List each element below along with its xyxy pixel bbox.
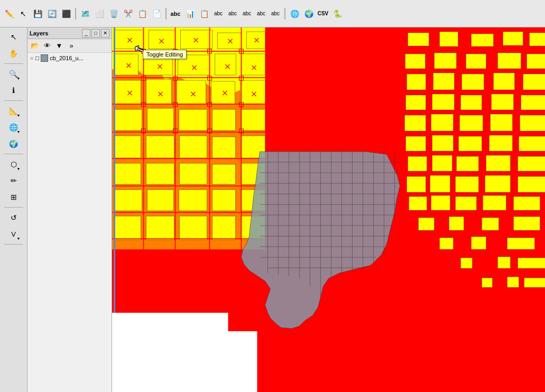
layers-open-button[interactable]: 📂 (30, 41, 40, 51)
layers-title: Layers (30, 30, 48, 36)
pointer-tool[interactable]: ↖ (6, 30, 22, 44)
toolbar-group-file: ✏️ ↖ 💾 🔄 ⬛ (2, 7, 73, 20)
refresh-button[interactable]: 🔄 (45, 7, 59, 20)
svg-rect-134 (482, 278, 493, 287)
svg-rect-118 (518, 176, 546, 192)
svg-rect-36 (213, 190, 236, 211)
svg-rect-129 (472, 237, 486, 249)
web2-icon[interactable]: 🌍 (302, 7, 316, 20)
main-layout: ↖ ✋ 🔍 ℹ 📐 🌐 🌍 ⬡ ✏ ⊞ ↺ V Layers _ □ ✕ (0, 27, 545, 392)
svg-rect-17 (241, 80, 265, 104)
map-svg[interactable] (112, 27, 545, 392)
svg-rect-98 (521, 95, 546, 110)
svg-rect-89 (407, 74, 426, 90)
svg-rect-107 (489, 135, 513, 151)
svg-rect-185 (112, 313, 228, 392)
edit-node-tool[interactable]: ✏ (6, 173, 22, 188)
svg-rect-115 (430, 175, 450, 192)
globe-tool[interactable]: 🌐 (6, 120, 22, 135)
svg-rect-133 (518, 258, 546, 268)
svg-rect-39 (146, 216, 174, 240)
rotate-tool[interactable]: ↺ (6, 210, 22, 225)
svg-rect-40 (180, 216, 207, 240)
network-tool[interactable]: ⬡ (6, 157, 22, 172)
cut-button[interactable]: ✂️ (121, 7, 135, 20)
svg-rect-102 (491, 114, 513, 131)
svg-rect-85 (435, 53, 457, 69)
python-icon[interactable]: 🐍 (330, 7, 344, 20)
pan-tool[interactable]: ✋ (6, 46, 22, 61)
abc2-icon[interactable]: abc (211, 7, 225, 20)
svg-rect-117 (485, 175, 511, 192)
select-tool[interactable]: ⬜ (93, 7, 106, 20)
svg-rect-95 (432, 94, 455, 110)
svg-rect-122 (483, 195, 506, 210)
layers-maximize-button[interactable]: □ (91, 29, 100, 38)
layers-close-button[interactable]: ✕ (101, 29, 109, 38)
svg-rect-114 (407, 176, 426, 192)
layers-minimize-button[interactable]: _ (82, 29, 90, 38)
paste-button[interactable]: 📄 (150, 7, 163, 20)
layer-visibility-icon[interactable]: □ (35, 54, 39, 62)
svg-rect-127 (514, 217, 540, 230)
layers-filter-button[interactable]: ▼ (54, 41, 64, 51)
map-area[interactable]: Toggle Editing ↖ (112, 27, 545, 392)
zoom-tool[interactable]: 🔍 (6, 67, 22, 81)
svg-rect-18 (115, 109, 142, 130)
svg-rect-93 (523, 74, 546, 90)
measure-tool[interactable]: 📐 (6, 104, 22, 118)
web-icon[interactable]: 🌐 (288, 7, 301, 20)
tooltip: Toggle Editing (143, 50, 187, 59)
separator-3 (284, 8, 285, 20)
svg-rect-136 (524, 278, 546, 287)
svg-rect-19 (147, 108, 174, 130)
svg-rect-24 (146, 136, 174, 158)
svg-rect-108 (519, 136, 546, 151)
table-icon[interactable]: 📋 (197, 7, 211, 20)
pencil-icon[interactable]: ✏️ (2, 7, 16, 20)
layers-more-button[interactable]: » (66, 41, 77, 51)
svg-rect-90 (433, 73, 455, 90)
layer-close-icon[interactable]: ✕ (30, 55, 34, 61)
identify-tool[interactable]: ℹ (6, 83, 22, 98)
chart-icon[interactable]: 📊 (183, 7, 197, 20)
svg-rect-35 (179, 190, 207, 211)
label-tool[interactable]: abc (169, 7, 182, 20)
svg-rect-25 (180, 136, 207, 158)
csv-icon[interactable]: CSV (316, 7, 330, 20)
save-button[interactable]: 💾 (31, 7, 44, 20)
svg-rect-110 (432, 155, 452, 171)
svg-rect-82 (503, 32, 523, 45)
cursor-icon[interactable]: ↖ (16, 7, 30, 20)
svg-rect-86 (466, 54, 486, 69)
svg-rect-21 (213, 109, 236, 130)
main-toolbar: ✏️ ↖ 💾 🔄 ⬛ 🗺️ ⬜ 🗑️ ✂️ 📋 📄 abc 📊 📋 abc ab… (0, 0, 545, 27)
abc5-icon[interactable]: abc (254, 7, 268, 20)
layers-toolbar: 📂 👁 ▼ » (27, 39, 112, 53)
compose-button[interactable]: ⬛ (59, 7, 73, 20)
vertex-tool[interactable]: V (6, 227, 22, 241)
layers-controls: _ □ ✕ (82, 29, 109, 38)
abc4-icon[interactable]: abc (240, 7, 254, 20)
globe2-tool[interactable]: 🌍 (6, 136, 22, 151)
svg-rect-101 (460, 115, 483, 131)
side-sep-3 (4, 154, 23, 154)
svg-rect-4 (149, 30, 175, 49)
tooltip-text: Toggle Editing (146, 51, 183, 58)
abc6-icon[interactable]: abc (269, 7, 282, 20)
svg-rect-22 (241, 109, 265, 130)
svg-rect-103 (520, 115, 546, 131)
svg-rect-29 (146, 163, 174, 184)
layers-eye-button[interactable]: 👁 (42, 41, 52, 51)
svg-rect-116 (456, 176, 479, 192)
grid-tool[interactable]: ⊞ (6, 190, 22, 204)
copy-button[interactable]: 📋 (135, 7, 149, 20)
delete-button[interactable]: 🗑️ (107, 7, 121, 20)
layer-icon (41, 54, 48, 62)
svg-rect-91 (462, 74, 484, 90)
abc3-icon[interactable]: abc (226, 7, 239, 20)
map-icon[interactable]: 🗺️ (78, 7, 92, 20)
side-sep-1 (4, 63, 23, 64)
layer-item[interactable]: ✕ □ cb_2016_u... (27, 53, 112, 63)
svg-rect-30 (180, 163, 207, 184)
